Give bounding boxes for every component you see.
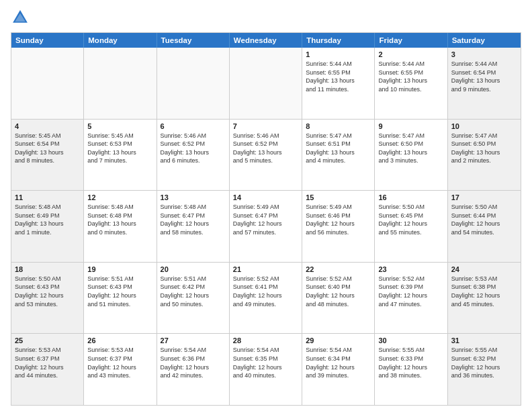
day-cell-27: 27Sunrise: 5:54 AM Sunset: 6:36 PM Dayli… [157,334,230,405]
day-cell-6: 6Sunrise: 5:46 AM Sunset: 6:52 PM Daylig… [157,120,230,191]
day-cell-22: 22Sunrise: 5:52 AM Sunset: 6:40 PM Dayli… [302,263,375,334]
cell-info-text: Sunrise: 5:48 AM Sunset: 6:47 PM Dayligh… [161,203,226,236]
cell-info-text: Sunrise: 5:54 AM Sunset: 6:34 PM Dayligh… [306,346,371,379]
day-number: 6 [161,122,226,130]
day-cell-17: 17Sunrise: 5:50 AM Sunset: 6:44 PM Dayli… [448,191,521,262]
day-cell-4: 4Sunrise: 5:45 AM Sunset: 6:54 PM Daylig… [11,120,84,191]
day-cell-28: 28Sunrise: 5:54 AM Sunset: 6:35 PM Dayli… [230,334,302,405]
day-cell-29: 29Sunrise: 5:54 AM Sunset: 6:34 PM Dayli… [302,334,375,405]
day-cell-21: 21Sunrise: 5:52 AM Sunset: 6:41 PM Dayli… [230,263,302,334]
logo-icon [11,8,30,27]
day-number: 20 [161,265,226,273]
cell-info-text: Sunrise: 5:52 AM Sunset: 6:41 PM Dayligh… [233,275,298,308]
day-cell-25: 25Sunrise: 5:53 AM Sunset: 6:37 PM Dayli… [11,334,84,405]
calendar-header: SundayMondayTuesdayWednesdayThursdayFrid… [11,33,521,48]
day-number: 31 [451,336,517,345]
day-number: 4 [15,122,80,130]
weekday-header-thursday: Thursday [302,33,375,48]
day-number: 25 [15,336,80,345]
cell-info-text: Sunrise: 5:44 AM Sunset: 6:55 PM Dayligh… [306,60,371,93]
cell-info-text: Sunrise: 5:50 AM Sunset: 6:44 PM Dayligh… [451,203,517,236]
day-cell-7: 7Sunrise: 5:46 AM Sunset: 6:52 PM Daylig… [230,120,302,191]
calendar-row-0: 1Sunrise: 5:44 AM Sunset: 6:55 PM Daylig… [11,48,521,120]
cell-info-text: Sunrise: 5:54 AM Sunset: 6:35 PM Dayligh… [233,346,298,379]
cell-info-text: Sunrise: 5:51 AM Sunset: 6:42 PM Dayligh… [161,275,226,308]
day-number: 11 [15,193,80,201]
day-cell-5: 5Sunrise: 5:45 AM Sunset: 6:53 PM Daylig… [84,120,157,191]
header [11,8,521,27]
logo [11,8,32,27]
day-cell-15: 15Sunrise: 5:49 AM Sunset: 6:46 PM Dayli… [302,191,375,262]
cell-info-text: Sunrise: 5:46 AM Sunset: 6:52 PM Dayligh… [233,132,298,165]
day-number: 24 [451,265,517,273]
page: SundayMondayTuesdayWednesdayThursdayFrid… [0,0,532,411]
day-number: 21 [233,265,298,273]
cell-info-text: Sunrise: 5:47 AM Sunset: 6:51 PM Dayligh… [306,132,371,165]
cell-info-text: Sunrise: 5:54 AM Sunset: 6:36 PM Dayligh… [161,346,226,379]
day-number: 22 [306,265,371,273]
day-number: 10 [451,122,517,130]
cell-info-text: Sunrise: 5:49 AM Sunset: 6:46 PM Dayligh… [306,203,371,236]
calendar-row-4: 25Sunrise: 5:53 AM Sunset: 6:37 PM Dayli… [11,334,521,405]
day-number: 9 [378,122,443,130]
day-cell-31: 31Sunrise: 5:55 AM Sunset: 6:32 PM Dayli… [448,334,521,405]
cell-info-text: Sunrise: 5:44 AM Sunset: 6:55 PM Dayligh… [378,60,443,93]
day-number: 5 [87,122,152,130]
day-cell-11: 11Sunrise: 5:48 AM Sunset: 6:49 PM Dayli… [11,191,84,262]
day-cell-18: 18Sunrise: 5:50 AM Sunset: 6:43 PM Dayli… [11,263,84,334]
calendar-row-2: 11Sunrise: 5:48 AM Sunset: 6:49 PM Dayli… [11,191,521,263]
day-number: 18 [15,265,80,273]
day-number: 17 [451,193,517,201]
calendar: SundayMondayTuesdayWednesdayThursdayFrid… [11,32,521,406]
day-cell-24: 24Sunrise: 5:53 AM Sunset: 6:38 PM Dayli… [448,263,521,334]
calendar-body: 1Sunrise: 5:44 AM Sunset: 6:55 PM Daylig… [11,48,521,405]
day-number: 12 [87,193,152,201]
empty-cell-0-1 [84,48,157,119]
day-cell-13: 13Sunrise: 5:48 AM Sunset: 6:47 PM Dayli… [157,191,230,262]
day-number: 30 [378,336,443,345]
day-number: 13 [161,193,226,201]
day-number: 26 [87,336,152,345]
day-cell-26: 26Sunrise: 5:53 AM Sunset: 6:37 PM Dayli… [84,334,157,405]
day-cell-9: 9Sunrise: 5:47 AM Sunset: 6:50 PM Daylig… [375,120,447,191]
day-cell-19: 19Sunrise: 5:51 AM Sunset: 6:43 PM Dayli… [84,263,157,334]
empty-cell-0-2 [157,48,230,119]
empty-cell-0-3 [230,48,302,119]
day-number: 23 [378,265,443,273]
cell-info-text: Sunrise: 5:48 AM Sunset: 6:49 PM Dayligh… [15,203,80,236]
cell-info-text: Sunrise: 5:44 AM Sunset: 6:54 PM Dayligh… [451,60,517,93]
day-cell-3: 3Sunrise: 5:44 AM Sunset: 6:54 PM Daylig… [448,48,521,119]
cell-info-text: Sunrise: 5:47 AM Sunset: 6:50 PM Dayligh… [378,132,443,165]
day-cell-1: 1Sunrise: 5:44 AM Sunset: 6:55 PM Daylig… [302,48,375,119]
day-number: 16 [378,193,443,201]
calendar-row-1: 4Sunrise: 5:45 AM Sunset: 6:54 PM Daylig… [11,120,521,191]
weekday-header-wednesday: Wednesday [230,33,302,48]
cell-info-text: Sunrise: 5:53 AM Sunset: 6:38 PM Dayligh… [451,275,517,308]
day-cell-12: 12Sunrise: 5:48 AM Sunset: 6:48 PM Dayli… [84,191,157,262]
weekday-header-saturday: Saturday [448,33,521,48]
empty-cell-0-0 [11,48,84,119]
cell-info-text: Sunrise: 5:46 AM Sunset: 6:52 PM Dayligh… [161,132,226,165]
day-number: 19 [87,265,152,273]
day-cell-20: 20Sunrise: 5:51 AM Sunset: 6:42 PM Dayli… [157,263,230,334]
day-number: 29 [306,336,371,345]
day-cell-14: 14Sunrise: 5:49 AM Sunset: 6:47 PM Dayli… [230,191,302,262]
cell-info-text: Sunrise: 5:49 AM Sunset: 6:47 PM Dayligh… [233,203,298,236]
day-cell-10: 10Sunrise: 5:47 AM Sunset: 6:50 PM Dayli… [448,120,521,191]
day-cell-16: 16Sunrise: 5:50 AM Sunset: 6:45 PM Dayli… [375,191,447,262]
cell-info-text: Sunrise: 5:48 AM Sunset: 6:48 PM Dayligh… [87,203,152,236]
cell-info-text: Sunrise: 5:55 AM Sunset: 6:32 PM Dayligh… [451,346,517,379]
cell-info-text: Sunrise: 5:52 AM Sunset: 6:40 PM Dayligh… [306,275,371,308]
weekday-header-tuesday: Tuesday [157,33,230,48]
cell-info-text: Sunrise: 5:47 AM Sunset: 6:50 PM Dayligh… [451,132,517,165]
day-cell-23: 23Sunrise: 5:52 AM Sunset: 6:39 PM Dayli… [375,263,447,334]
cell-info-text: Sunrise: 5:50 AM Sunset: 6:43 PM Dayligh… [15,275,80,308]
day-cell-2: 2Sunrise: 5:44 AM Sunset: 6:55 PM Daylig… [375,48,447,119]
day-number: 7 [233,122,298,130]
weekday-header-friday: Friday [375,33,447,48]
day-cell-8: 8Sunrise: 5:47 AM Sunset: 6:51 PM Daylig… [302,120,375,191]
calendar-row-3: 18Sunrise: 5:50 AM Sunset: 6:43 PM Dayli… [11,263,521,334]
cell-info-text: Sunrise: 5:51 AM Sunset: 6:43 PM Dayligh… [87,275,152,308]
cell-info-text: Sunrise: 5:53 AM Sunset: 6:37 PM Dayligh… [15,346,80,379]
day-number: 28 [233,336,298,345]
